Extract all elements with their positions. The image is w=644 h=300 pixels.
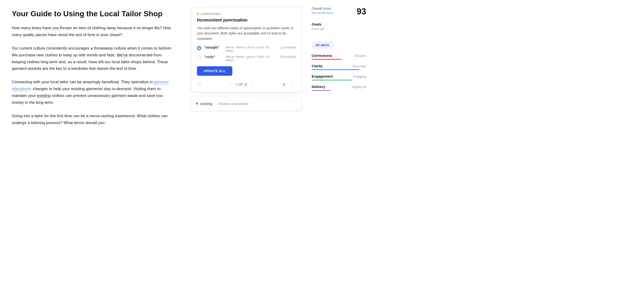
metric-engagement-bar [312,80,352,80]
radio-straight-circle[interactable] [197,46,201,50]
radio-curly-matches: We've; there's; you're; Can't; it's; Wha… [226,55,276,62]
metric-correctness-value: 19 alerts [354,54,366,58]
metric-correctness: Correctness 19 alerts [312,54,366,60]
metric-delivery-value: Slightly off [352,85,366,89]
score-section: Overall score See performance 93 [312,6,366,16]
metric-engagement-header: Engagement Engaging [312,74,366,78]
radio-curly-label: "curly" [204,55,223,59]
card-description: You used two different styles of apostro… [197,26,296,41]
synonym-divider: · [215,102,216,106]
metric-clarity-bar [312,69,360,70]
card-title: Inconsistent punctuation [197,18,296,23]
metric-engagement-value: Engaging [353,75,366,78]
synonym-dot [196,102,198,104]
metric-clarity-header: Clarity Very clear [312,64,366,68]
metric-clarity: Clarity Very clear [312,64,366,70]
radio-straight-count: 11 matches [280,46,296,49]
overall-score-value: 93 [357,6,366,16]
radio-curly-count: 10 matches [280,55,296,58]
consistency-dot [197,13,199,15]
synonym-word: existing [200,102,212,106]
metrics-list: Correctness 19 alerts Clarity Very clear… [312,54,366,91]
help-icon[interactable]: ? [197,82,202,87]
delete-icon[interactable]: 🗑 [281,81,288,88]
radio-curly-circle[interactable] [197,56,201,60]
metric-correctness-header: Correctness 19 alerts [312,54,366,58]
radio-straight-label: "straight" [204,46,223,49]
card-footer: ? ‹ 1 OF 21 › 🗑 ⋮ [197,78,296,88]
update-all-button[interactable]: UPDATE ALL [197,66,232,76]
synonym-card: existing · Choose a synonym ⌃ ⌄ [191,96,302,111]
alerts-section: All alerts Correctness 19 alerts Clarity… [312,41,366,95]
pagination-text: 1 OF 21 [236,82,248,86]
goals-section: Goals 5 of 5 set [312,22,366,36]
chevron-up-icon[interactable]: ⌃ [295,100,297,103]
metric-clarity-name: Clarity [312,64,323,68]
garment-alterations-link[interactable]: garment alterations [12,80,169,91]
consistency-card: CONSISTENCY Inconsistent punctuation You… [191,7,302,92]
radio-option-straight[interactable]: "straight" We've; there's; you're; Can't… [197,46,296,52]
card-tag: CONSISTENCY [197,12,296,15]
right-sidebar: Overall score See performance 93 Goals 5… [307,0,373,300]
metric-engagement-name: Engagement [312,74,333,78]
prev-arrow[interactable]: ‹ [227,81,234,88]
footer-left: ? [197,82,202,87]
alert-panel: CONSISTENCY Inconsistent punctuation You… [189,0,307,300]
highlighted-weve: We've [117,53,128,57]
goals-title: Goals [312,22,366,26]
footer-right: 🗑 ⋮ [281,81,296,88]
metric-correctness-bar [312,59,342,60]
all-alerts-button[interactable]: All alerts [312,41,333,49]
paragraph-3: Connecting with your local tailor can be… [12,79,174,106]
paragraph-4: Going into a tailor for the first time c… [12,113,174,126]
footer-pagination: ‹ 1 OF 21 › [227,81,256,88]
metric-delivery: Delivery Slightly off [312,85,366,91]
overall-score-label: Overall score [312,6,333,10]
metric-delivery-header: Delivery Slightly off [312,85,366,89]
card-tag-label: CONSISTENCY [201,12,222,15]
synonym-action[interactable]: Choose a synonym [218,102,248,106]
radio-option-curly[interactable]: "curly" We've; there's; you're; Can't; i… [197,55,296,62]
paragraph-2: Our current culture consistently encoura… [12,45,174,72]
highlighted-existing: existing [37,94,51,98]
radio-options: "straight" We've; there's; you're; Can't… [197,46,296,62]
metric-clarity-value: Very clear [352,64,366,68]
next-arrow[interactable]: › [249,81,256,88]
paragraph-1: How many times have you thrown an item o… [12,25,174,38]
see-performance-link[interactable]: See performance [312,11,333,14]
metric-correctness-name: Correctness [312,54,332,58]
chevron-down-icon[interactable]: ⌄ [295,104,297,106]
main-content: Your Guide to Using the Local Tailor Sho… [0,0,189,300]
metric-delivery-bar [312,90,331,91]
metric-delivery-name: Delivery [312,85,325,89]
synonym-chevrons[interactable]: ⌃ ⌄ [295,100,297,106]
goals-subtitle: 5 of 5 set [312,27,366,31]
more-options-icon[interactable]: ⋮ [290,81,296,88]
radio-straight-matches: We've; there's; you're; Can't; it's; Wha… [226,46,276,52]
synonym-left: existing · Choose a synonym [196,102,248,106]
document-title: Your Guide to Using the Local Tailor Sho… [12,10,174,18]
metric-engagement: Engagement Engaging [312,74,366,80]
